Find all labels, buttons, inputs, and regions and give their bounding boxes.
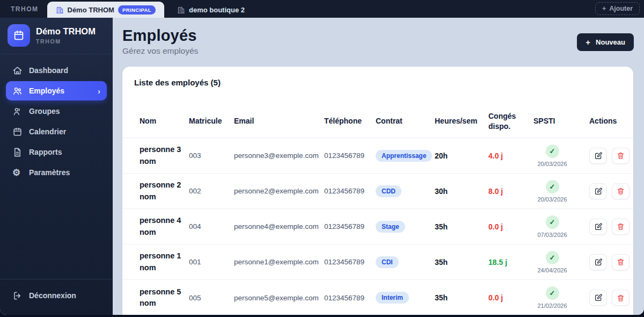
table-body: personne 3 nom 003 personne3@exemple.com… — [122, 138, 633, 315]
table-row: personne 1 nom 001 personne1@exemple.com… — [122, 244, 633, 280]
employee-name: personne 3 nom — [140, 144, 189, 167]
tab-demo-boutique-2[interactable]: demo boutique 2 — [169, 2, 253, 18]
employee-name: personne 2 nom — [140, 179, 189, 202]
employee-hours: 30h — [435, 187, 488, 196]
contract-badge: Apprentissage — [376, 150, 432, 162]
sidebar-item-label: Employés — [29, 87, 64, 95]
table-row: personne 5 nom 005 personne5@exemple.com… — [122, 280, 633, 315]
edit-button[interactable] — [589, 219, 607, 235]
top-tab-bar: TRHOM Démo TRHOM PRINCIPAL demo boutique… — [0, 0, 644, 18]
delete-button[interactable] — [612, 254, 630, 270]
sidebar: Démo TRHOM TRHOM Dashboard — [0, 18, 113, 315]
col-header-nom: Nom — [140, 116, 189, 126]
employee-email: personne4@exemple.com — [234, 222, 324, 230]
contract-badge: CDI — [376, 256, 399, 268]
employee-name: personne 5 nom — [140, 286, 189, 309]
col-header-telephone: Téléphone — [324, 116, 376, 126]
employee-phone: 0123456789 — [324, 152, 376, 160]
app-window: TRHOM Démo TRHOM PRINCIPAL demo boutique… — [0, 0, 644, 315]
gear-icon: ⚙ — [12, 168, 23, 178]
workspace-header[interactable]: Démo TRHOM TRHOM — [0, 18, 113, 54]
add-store-button[interactable]: + Ajouter — [595, 2, 640, 15]
employee-matricule: 003 — [189, 152, 234, 160]
employee-phone: 0123456789 — [324, 222, 376, 230]
check-icon: ✓ — [546, 286, 559, 300]
employee-hours: 35h — [435, 258, 488, 266]
sidebar-item-rapports[interactable]: Rapports — [6, 142, 107, 162]
delete-button[interactable] — [612, 290, 630, 306]
delete-button[interactable] — [612, 219, 630, 235]
col-header-matricule: Matricule — [189, 116, 234, 126]
spsti-status: ✓ 20/03/2026 — [533, 145, 571, 167]
employee-matricule: 001 — [189, 258, 234, 266]
users-icon — [12, 86, 23, 96]
spsti-date: 20/03/2026 — [537, 196, 567, 203]
logout-button[interactable]: Déconnexion — [6, 286, 107, 305]
building-icon — [177, 6, 185, 14]
edit-button[interactable] — [589, 290, 607, 306]
sidebar-item-label: Rapports — [29, 148, 62, 156]
conges-value: 18.5 j — [488, 258, 533, 266]
page-subtitle: Gérez vos employés — [122, 46, 198, 56]
check-icon: ✓ — [546, 251, 559, 264]
col-header-heures: Heures/sem — [435, 116, 488, 126]
sidebar-item-parametres[interactable]: ⚙ Paramètres — [6, 163, 107, 182]
sidebar-nav: Dashboard Employés › — [0, 54, 113, 279]
conges-value: 4.0 j — [488, 152, 533, 160]
home-icon — [12, 66, 23, 76]
table-row: personne 4 nom 004 personne4@exemple.com… — [122, 209, 633, 244]
employee-email: personne1@exemple.com — [234, 258, 324, 266]
employee-phone: 0123456789 — [324, 294, 376, 302]
contract-badge: CDD — [376, 185, 401, 197]
spsti-date: 20/03/2026 — [537, 161, 567, 167]
add-store-label: Ajouter — [609, 5, 633, 12]
check-icon: ✓ — [546, 145, 559, 158]
page-header: Employés Gérez vos employés + Nouveau — [113, 18, 644, 64]
delete-button[interactable] — [612, 183, 630, 199]
table-row: personne 3 nom 003 personne3@exemple.com… — [122, 138, 633, 174]
spsti-date: 07/03/2026 — [537, 232, 567, 238]
employee-email: personne2@exemple.com — [234, 187, 324, 195]
logout-icon — [12, 291, 23, 301]
principal-badge: PRINCIPAL — [118, 5, 156, 15]
check-icon: ✓ — [546, 215, 559, 229]
edit-button[interactable] — [589, 254, 607, 270]
employee-email: personne5@exemple.com — [234, 294, 324, 302]
sidebar-item-groupes[interactable]: Groupes — [6, 102, 107, 121]
sidebar-item-calendrier[interactable]: Calendrier — [6, 122, 107, 141]
main-content: Employés Gérez vos employés + Nouveau Li… — [113, 18, 644, 315]
check-icon: ✓ — [546, 180, 559, 193]
sidebar-item-employes[interactable]: Employés › — [6, 81, 107, 100]
chevron-right-icon: › — [98, 87, 100, 95]
tab-demo-trhom[interactable]: Démo TRHOM PRINCIPAL — [47, 2, 164, 18]
col-header-email: Email — [234, 116, 324, 126]
employee-matricule: 004 — [189, 222, 234, 230]
delete-button[interactable] — [612, 148, 630, 164]
sidebar-item-label: Groupes — [29, 107, 60, 116]
employee-matricule: 002 — [189, 187, 234, 195]
conges-value: 0.0 j — [488, 293, 533, 302]
new-employee-button[interactable]: + Nouveau — [577, 33, 634, 51]
employee-list-card: Liste des employés (5) Nom Matricule Ema… — [122, 67, 633, 315]
sidebar-footer: Déconnexion — [0, 279, 113, 315]
user-group-icon — [12, 106, 23, 117]
table-row: personne 2 nom 002 personne2@exemple.com… — [122, 174, 633, 209]
conges-value: 8.0 j — [488, 187, 533, 196]
conges-value: 0.0 j — [488, 222, 533, 231]
spsti-status: ✓ 24/04/2026 — [533, 251, 571, 273]
tab-label: Démo TRHOM — [68, 6, 114, 14]
employee-hours: 20h — [435, 152, 488, 160]
workspace-title: Démo TRHOM — [36, 26, 96, 37]
employee-email: personne3@exemple.com — [234, 152, 324, 160]
workspace-subtitle: TRHOM — [36, 38, 96, 45]
edit-button[interactable] — [589, 183, 607, 199]
list-title: Liste des employés (5) — [122, 67, 633, 87]
sidebar-item-dashboard[interactable]: Dashboard — [6, 61, 107, 80]
employee-name: personne 1 nom — [140, 250, 189, 273]
page-title: Employés — [122, 27, 198, 45]
table-header-row: Nom Matricule Email Téléphone Contrat He… — [122, 105, 633, 138]
edit-button[interactable] — [589, 148, 607, 164]
spsti-status: ✓ 21/02/2026 — [533, 286, 571, 309]
col-header-spsti: SPSTI — [533, 116, 589, 126]
calendar-logo-icon — [8, 24, 30, 47]
